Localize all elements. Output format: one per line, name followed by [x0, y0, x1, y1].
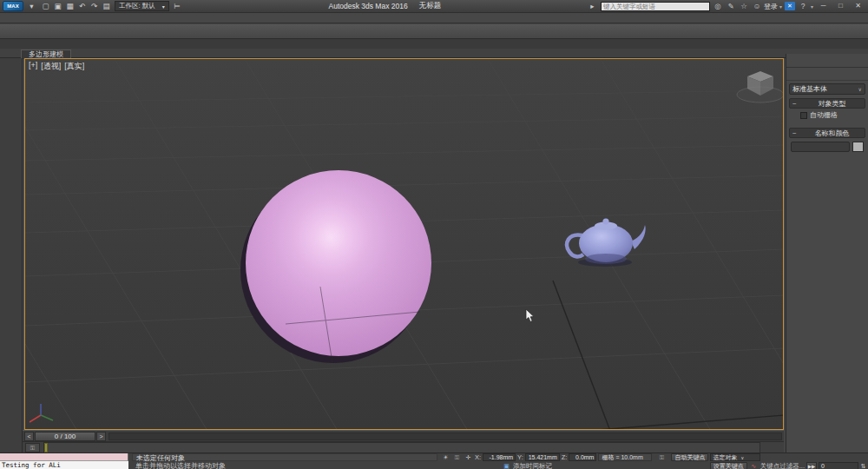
x-coordinate-field[interactable]: -1.98mm — [483, 453, 516, 461]
ribbon-tab-bar — [0, 39, 868, 49]
viewport-menu-button[interactable]: [+] — [29, 61, 37, 72]
subcategory-label: 标准基本体 — [792, 84, 827, 94]
object-color-swatch[interactable] — [852, 142, 864, 152]
create-categories — [786, 68, 868, 81]
key-mode-label: 选定对象 — [713, 454, 737, 461]
toolbar-options-icon[interactable]: ⊨ — [172, 1, 183, 11]
perspective-viewport[interactable]: [+] [透视] [真实] — [24, 58, 784, 430]
grid-size-display: 栅格 = 10.0mm — [598, 453, 652, 461]
3ds-max-window: MAX ▾ ▢▣▦↶↷▤ 工作区: 默认 ▾ ⊨ Autodesk 3ds Ma… — [0, 0, 868, 469]
add-time-tag[interactable]: 添加时间标记 — [513, 462, 552, 469]
search-expand-icon[interactable]: ▸ — [587, 1, 598, 11]
autogrid-row: 自动栅格 — [800, 110, 868, 120]
undo-small-icon[interactable]: ↶ — [76, 1, 88, 11]
z-label: Z: — [562, 453, 568, 461]
open-file-icon[interactable]: ▣ — [52, 1, 63, 11]
track-bar: ⚿ — [23, 441, 784, 452]
app-title: Autodesk 3ds Max 2016 — [328, 2, 407, 10]
search-input[interactable] — [601, 2, 710, 11]
workspace-dropdown[interactable]: 工作区: 默认 ▾ — [115, 1, 169, 11]
selection-status: 未选定任何对象 — [132, 453, 437, 461]
viewport-shading-label[interactable]: [真实] — [64, 61, 84, 72]
chevron-down-icon: ▾ — [162, 3, 165, 10]
time-slider-thumb[interactable]: 0 / 100 — [35, 432, 95, 441]
key-mode-dropdown[interactable]: 选定对象 ∨ — [710, 453, 760, 461]
close-button[interactable]: ✕ — [851, 1, 865, 11]
viewport-pov-label[interactable]: [透视] — [41, 61, 61, 72]
time-slider: < 0 / 100 > — [23, 430, 784, 441]
mouse-cursor — [525, 309, 536, 323]
status-row-2: ▣ 添加时间标记 设置关键点 ∿ 关键点过滤器... ▶▶ 0 ⇅ — [502, 462, 868, 469]
chevron-down-icon: ▾ — [779, 3, 782, 10]
object-name-input[interactable] — [791, 142, 850, 152]
sign-in-label: 登录 — [764, 2, 778, 11]
search-icon[interactable]: ◎ — [713, 1, 723, 11]
time-tag-icon: ▣ — [502, 462, 511, 469]
project-folder-icon[interactable]: ▤ — [101, 1, 112, 11]
time-next-button[interactable]: > — [96, 432, 106, 441]
prompt-line: 单击并拖动以选择并移动对象 — [132, 462, 496, 469]
absolute-mode-icon[interactable]: ✛ — [464, 453, 473, 461]
y-coordinate-field[interactable]: 15.421mm — [525, 453, 560, 461]
restore-button[interactable]: □ — [833, 1, 848, 11]
rollout-title: 名称和颜色 — [802, 129, 862, 138]
status-bar: Testing for ALi 未选定任何对象 单击并拖动以选择并移动对象 ☀ … — [0, 452, 868, 469]
selection-lock-icon[interactable]: ⚿ — [452, 453, 462, 461]
subcategory-dropdown[interactable]: 标准基本体 ∨ — [789, 83, 865, 95]
command-panel-tabs — [786, 54, 868, 68]
maxscript-mini-listener-output[interactable]: Testing for ALi — [0, 461, 128, 469]
chevron-down-icon: ∨ — [858, 86, 862, 92]
grid-over-sphere — [25, 59, 784, 430]
menu-bar — [0, 13, 868, 23]
key-icon: ⚿ — [654, 453, 669, 461]
ribbon-sub-row: 多边形建模 — [0, 49, 868, 58]
user-icon: ☺ — [752, 1, 762, 11]
time-slider-track[interactable] — [108, 433, 782, 440]
left-quick-toolbar — [0, 58, 23, 452]
viewcube[interactable] — [730, 66, 784, 106]
isolate-selection-icon[interactable]: ☀ — [441, 453, 450, 461]
auto-key-button[interactable]: 自动关键点 — [671, 453, 708, 461]
chevron-down-icon: ∨ — [740, 454, 744, 461]
collapse-icon: − — [792, 129, 800, 137]
frame-spinner[interactable]: ⇅ — [860, 462, 866, 469]
time-prev-button[interactable]: < — [24, 432, 34, 441]
chevron-down-icon: ▾ — [811, 3, 813, 10]
new-scene-icon[interactable]: ▢ — [40, 1, 51, 11]
autogrid-checkbox[interactable] — [800, 112, 807, 119]
redo-small-icon[interactable]: ↷ — [89, 1, 100, 11]
status-row-1: ☀ ⚿ ✛ X: -1.98mm Y: 15.421mm Z: 0.0mm 栅格… — [441, 453, 868, 461]
current-frame-marker[interactable] — [44, 443, 48, 452]
key-filters-icon: ∿ — [749, 462, 759, 469]
help-icon[interactable]: ? — [798, 1, 808, 11]
sign-in-button[interactable]: ☺ 登录 ▾ — [752, 1, 782, 11]
rollout-title: 对象类型 — [802, 99, 862, 109]
logo-caret-icon[interactable]: ▾ — [26, 1, 37, 11]
autogrid-label: 自动栅格 — [810, 110, 838, 120]
max-logo-icon[interactable]: MAX — [3, 1, 23, 11]
minimize-button[interactable]: ─ — [816, 1, 831, 11]
community-icon[interactable]: ✎ — [726, 1, 736, 11]
x-label: X: — [475, 453, 481, 461]
z-coordinate-field[interactable]: 0.0mm — [569, 453, 596, 461]
collapse-icon: − — [792, 100, 800, 108]
set-key-button[interactable]: 设置关键点 — [710, 462, 747, 469]
main-toolbar — [0, 24, 868, 39]
object-type-rollout-header[interactable]: − 对象类型 — [789, 98, 865, 109]
world-axis-tripod — [27, 400, 60, 429]
mini-curve-editor-button[interactable]: ⚿ — [25, 443, 40, 452]
name-color-rollout-header[interactable]: − 名称和颜色 — [789, 128, 865, 138]
command-panel: 标准基本体 ∨ − 对象类型 自动栅格 − 名称和颜色 — [786, 54, 868, 452]
name-color-row — [786, 140, 868, 154]
key-filters-button[interactable]: 关键点过滤器... — [760, 462, 805, 469]
save-file-icon[interactable]: ▦ — [64, 1, 76, 11]
current-frame-field[interactable]: 0 — [819, 462, 858, 469]
maxscript-mini-listener-input[interactable] — [0, 453, 128, 461]
favorites-star-icon[interactable]: ☆ — [739, 1, 749, 11]
play-selected-button[interactable]: ▶▶ — [806, 462, 817, 469]
workspace-label: 工作区: 默认 — [119, 2, 155, 10]
exchange-apps-icon[interactable]: ✕ — [785, 2, 795, 10]
quick-access-toolbar: ▢▣▦↶↷▤ — [40, 1, 112, 11]
viewport-label: [+] [透视] [真实] — [29, 61, 84, 72]
title-bar: MAX ▾ ▢▣▦↶↷▤ 工作区: 默认 ▾ ⊨ Autodesk 3ds Ma… — [0, 0, 868, 13]
